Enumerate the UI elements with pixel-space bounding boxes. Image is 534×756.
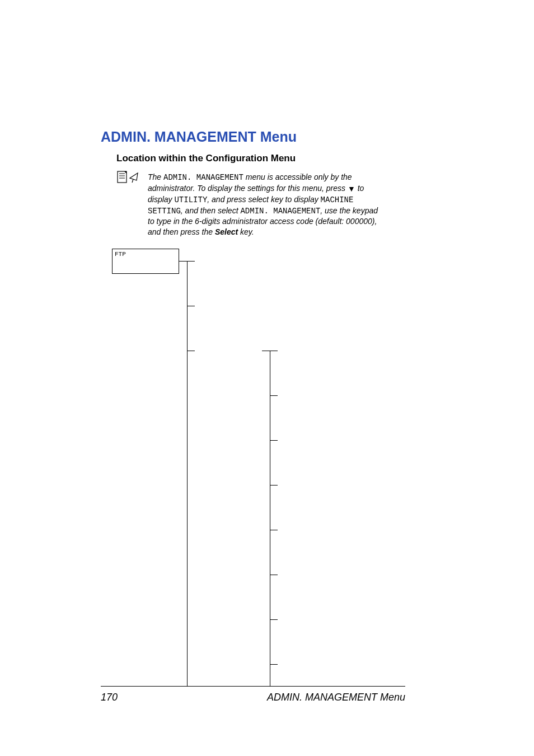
footer-title: ADMIN. MANAGEMENT Menu	[267, 692, 405, 703]
page-footer: 170 ADMIN. MANAGEMENT Menu	[101, 692, 405, 703]
down-arrow-icon: ▼	[348, 184, 355, 194]
svg-rect-0	[118, 171, 127, 183]
box-ftp: FTP	[112, 249, 179, 274]
note-icon	[116, 170, 139, 186]
menu-tree-diagram: ADMIN. MANAGE-MENT ADMINISTRATOR NO. REM…	[112, 249, 433, 702]
note-text: The ADMIN. MANAGEMENT menu is accessible…	[148, 172, 383, 237]
svg-marker-4	[124, 171, 127, 174]
page-title: ADMIN. MANAGEMENT Menu	[101, 129, 433, 145]
page-number: 170	[101, 692, 118, 703]
svg-line-5	[132, 179, 133, 183]
footer-rule	[101, 686, 405, 687]
note-block: The ADMIN. MANAGEMENT menu is accessible…	[116, 172, 433, 237]
section-heading: Location within the Configuration Menu	[116, 153, 433, 164]
